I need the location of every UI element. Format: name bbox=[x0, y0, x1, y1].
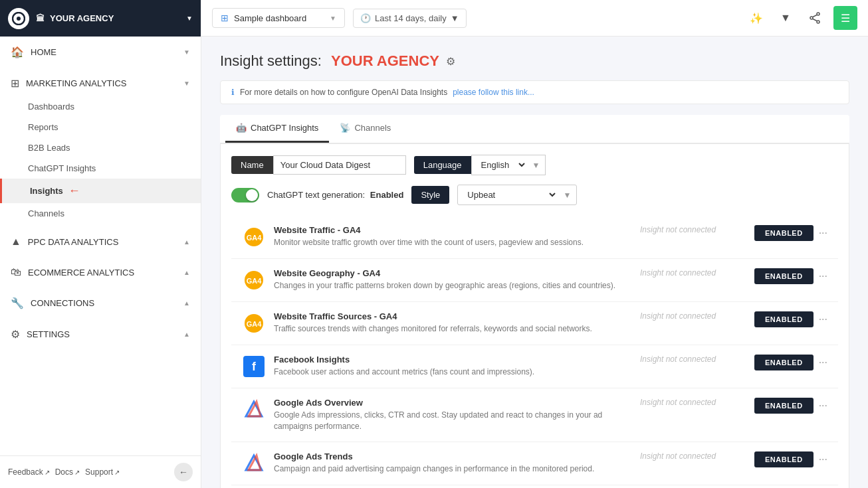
insight-row: Google Ads Trends Campaign and paid adve… bbox=[231, 442, 838, 485]
docs-link[interactable]: Docs ↗ bbox=[55, 467, 80, 477]
topbar: ⊞ Sample dashboard ▼ 🕐 Last 14 days, dai… bbox=[201, 0, 868, 37]
name-input[interactable] bbox=[273, 155, 406, 175]
dashboard-chevron-icon: ▼ bbox=[330, 15, 336, 22]
tab-channels[interactable]: 📡 Channels bbox=[329, 115, 401, 143]
sidebar-item-insights[interactable]: Insights ← bbox=[0, 179, 201, 203]
insight-actions-facebook_insights: ENABLED ··· bbox=[754, 355, 827, 370]
nav-ppc-section: ▲ PPC DATA ANALYTICS ▲ bbox=[0, 226, 201, 257]
insight-row: GA4 Website Traffic Sources - GA4 Traffi… bbox=[231, 302, 838, 345]
sidebar-item-connections[interactable]: 🔧 CONNECTIONS ▲ bbox=[0, 290, 201, 316]
sidebar-item-b2b-leads[interactable]: B2B Leads bbox=[0, 137, 201, 158]
more-button-google_ads_trends[interactable]: ··· bbox=[819, 453, 827, 465]
insight-status-google_ads_trends: Insight not connected bbox=[640, 451, 746, 461]
insight-info-website_traffic_ga4: Website Traffic - GA4 Monitor website tr… bbox=[274, 225, 632, 248]
svg-line-5 bbox=[813, 15, 817, 17]
more-button-facebook_insights[interactable]: ··· bbox=[819, 357, 827, 368]
more-button-website_traffic_ga4[interactable]: ··· bbox=[819, 227, 827, 239]
magic-button[interactable]: ✨ bbox=[746, 7, 767, 29]
svg-point-1 bbox=[17, 17, 21, 21]
marketing-chevron-icon: ▼ bbox=[183, 80, 190, 87]
enabled-button-website_geography_ga4[interactable]: ENABLED bbox=[754, 268, 814, 284]
insight-row: GA4 Website Geography - GA4 Changes in y… bbox=[231, 259, 838, 302]
dashboard-selector[interactable]: ⊞ Sample dashboard ▼ bbox=[212, 8, 345, 28]
clock-icon: 🕐 bbox=[360, 13, 371, 23]
more-button-website_traffic_sources_ga4[interactable]: ··· bbox=[819, 313, 827, 325]
more-button-website_geography_ga4[interactable]: ··· bbox=[819, 270, 827, 282]
sidebar-item-reports[interactable]: Reports bbox=[0, 117, 201, 137]
name-field-group: Name bbox=[231, 155, 406, 175]
more-button-google_ads_overview[interactable]: ··· bbox=[819, 400, 827, 412]
chatgpt-insights-label: ChatGPT Insights bbox=[28, 163, 96, 173]
info-link[interactable]: please follow this link... bbox=[453, 88, 534, 97]
settings-chevron-icon: ▲ bbox=[183, 331, 190, 338]
share-button[interactable] bbox=[804, 7, 825, 29]
name-language-row: Name Language English ▼ bbox=[231, 155, 838, 175]
sidebar-item-chatgpt-insights[interactable]: ChatGPT Insights bbox=[0, 158, 201, 179]
info-banner: ℹ For more details on how to configure O… bbox=[220, 80, 849, 104]
nav-settings-section: ⚙ SETTINGS ▲ bbox=[0, 319, 201, 350]
sidebar-item-ecommerce[interactable]: 🛍 ECOMMERCE ANALYTICS ▲ bbox=[0, 260, 201, 285]
name-label: Name bbox=[231, 156, 273, 174]
sidebar-ppc-label: PPC DATA ANALYTICS bbox=[28, 237, 119, 247]
reports-label: Reports bbox=[28, 122, 58, 132]
feedback-link[interactable]: Feedback ↗ bbox=[8, 467, 50, 477]
toggle-knob bbox=[246, 189, 258, 201]
insight-desc-facebook_insights: Facebook user actions and account metric… bbox=[274, 366, 632, 378]
connections-chevron-icon: ▲ bbox=[183, 299, 190, 307]
style-label: Style bbox=[411, 186, 449, 204]
chevron-down-button[interactable]: ▼ bbox=[775, 7, 796, 29]
svg-text:GA4: GA4 bbox=[247, 277, 263, 285]
insight-actions-website_traffic_sources_ga4: ENABLED ··· bbox=[754, 311, 827, 327]
sidebar-item-channels[interactable]: Channels bbox=[0, 203, 201, 224]
sidebar-header: 🏛 YOUR AGENCY ▼ bbox=[0, 0, 201, 37]
sidebar-item-ppc-analytics[interactable]: ▲ PPC DATA ANALYTICS ▲ bbox=[0, 229, 201, 254]
insight-status-facebook_insights: Insight not connected bbox=[640, 355, 746, 364]
menu-button[interactable]: ☰ bbox=[833, 6, 857, 30]
tab-chatgpt-insights[interactable]: 🤖 ChatGPT Insights bbox=[225, 115, 329, 143]
home-chevron-icon: ▼ bbox=[183, 48, 190, 56]
nav-marketing-section: ⊞ MARKETING ANALYTICS ▼ Dashboards Repor… bbox=[0, 68, 201, 226]
enabled-button-facebook_insights[interactable]: ENABLED bbox=[754, 355, 814, 370]
insight-name-facebook_insights: Facebook Insights bbox=[274, 355, 632, 365]
language-field-group: Language English ▼ bbox=[414, 155, 546, 175]
enabled-button-website_traffic_ga4[interactable]: ENABLED bbox=[754, 225, 814, 241]
settings-icon: ⚙ bbox=[11, 328, 20, 341]
language-select[interactable]: English bbox=[472, 155, 527, 175]
svg-point-2 bbox=[817, 13, 819, 15]
language-chevron-icon: ▼ bbox=[527, 157, 546, 174]
sidebar-item-dashboards[interactable]: Dashboards bbox=[0, 96, 201, 117]
enabled-button-website_traffic_sources_ga4[interactable]: ENABLED bbox=[754, 311, 814, 327]
content-area: Insight settings: YOUR AGENCY ⚙ ℹ For mo… bbox=[201, 37, 868, 488]
sidebar-item-marketing-analytics[interactable]: ⊞ MARKETING ANALYTICS ▼ bbox=[0, 70, 201, 96]
channels-tab-icon: 📡 bbox=[340, 123, 350, 133]
date-range-selector[interactable]: 🕐 Last 14 days, daily ▼ bbox=[353, 9, 467, 28]
sidebar-item-home[interactable]: 🏠 HOME ▼ bbox=[0, 39, 201, 65]
enabled-button-google_ads_overview[interactable]: ENABLED bbox=[754, 398, 814, 414]
sidebar-marketing-label: MARKETING ANALYTICS bbox=[26, 78, 126, 88]
nav-ecommerce-section: 🛍 ECOMMERCE ANALYTICS ▲ bbox=[0, 257, 201, 287]
page-title: Insight settings: YOUR AGENCY bbox=[220, 52, 439, 70]
sidebar-connections-label: CONNECTIONS bbox=[31, 298, 94, 308]
settings-panel: Name Language English ▼ bbox=[220, 143, 849, 488]
enabled-button-google_ads_trends[interactable]: ENABLED bbox=[754, 451, 814, 467]
insight-info-google_ads_trends: Google Ads Trends Campaign and paid adve… bbox=[274, 451, 632, 475]
settings-gear-icon[interactable]: ⚙ bbox=[446, 55, 455, 68]
support-link[interactable]: Support ↗ bbox=[85, 467, 120, 477]
insight-desc-website_geography_ga4: Changes in your traffic patterns broken … bbox=[274, 280, 632, 291]
svg-point-4 bbox=[817, 21, 819, 23]
sidebar-ecommerce-label: ECOMMERCE ANALYTICS bbox=[28, 268, 134, 278]
agency-selector[interactable]: 🏛 YOUR AGENCY ▼ bbox=[36, 13, 193, 23]
chatgpt-toggle[interactable] bbox=[231, 188, 259, 203]
language-label: Language bbox=[414, 156, 471, 174]
sidebar-item-settings[interactable]: ⚙ SETTINGS ▲ bbox=[0, 321, 201, 347]
connections-icon: 🔧 bbox=[11, 297, 24, 309]
main-content: ⊞ Sample dashboard ▼ 🕐 Last 14 days, dai… bbox=[201, 0, 868, 488]
ppc-chevron-icon: ▲ bbox=[183, 238, 190, 246]
back-button[interactable]: ← bbox=[174, 463, 193, 481]
style-select[interactable]: Upbeat bbox=[458, 185, 558, 204]
sidebar: 🏛 YOUR AGENCY ▼ 🏠 HOME ▼ ⊞ MARKETING ANA… bbox=[0, 0, 201, 488]
date-chevron-icon: ▼ bbox=[451, 13, 459, 23]
style-chevron-icon: ▼ bbox=[558, 191, 576, 200]
insight-info-google_ads_overview: Google Ads Overview Google Ads impressio… bbox=[274, 398, 632, 432]
insight-row: GA4 Website Traffic - GA4 Monitor websit… bbox=[231, 216, 838, 259]
